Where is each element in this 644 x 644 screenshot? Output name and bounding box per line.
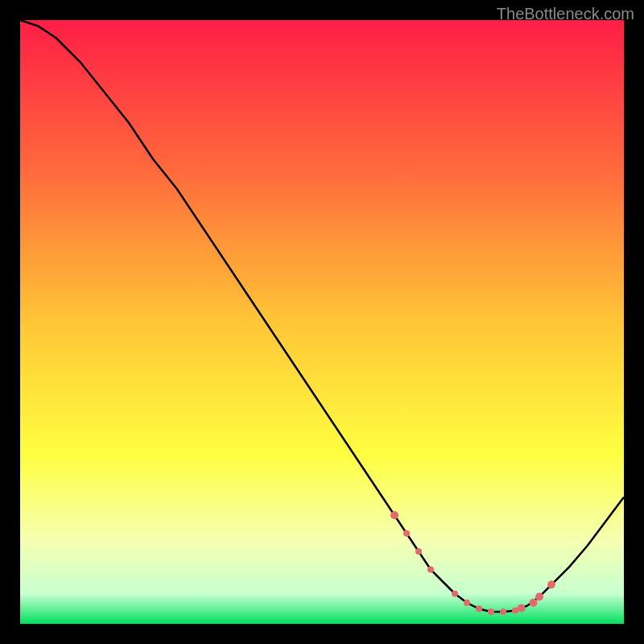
marker-point <box>488 609 494 615</box>
chart-canvas <box>20 20 624 624</box>
marker-point <box>403 530 410 537</box>
marker-point <box>476 605 482 612</box>
marker-point <box>464 600 470 606</box>
marker-point <box>452 591 458 597</box>
marker-point <box>530 599 538 607</box>
watermark-text: TheBottleneck.com <box>497 5 634 23</box>
marker-point <box>535 592 543 601</box>
marker-point <box>547 580 555 588</box>
marker-point <box>415 548 422 555</box>
marker-point <box>500 609 506 615</box>
marker-point <box>427 567 434 573</box>
marker-point <box>518 605 526 613</box>
chart-background <box>20 20 624 624</box>
marker-point <box>390 511 398 519</box>
